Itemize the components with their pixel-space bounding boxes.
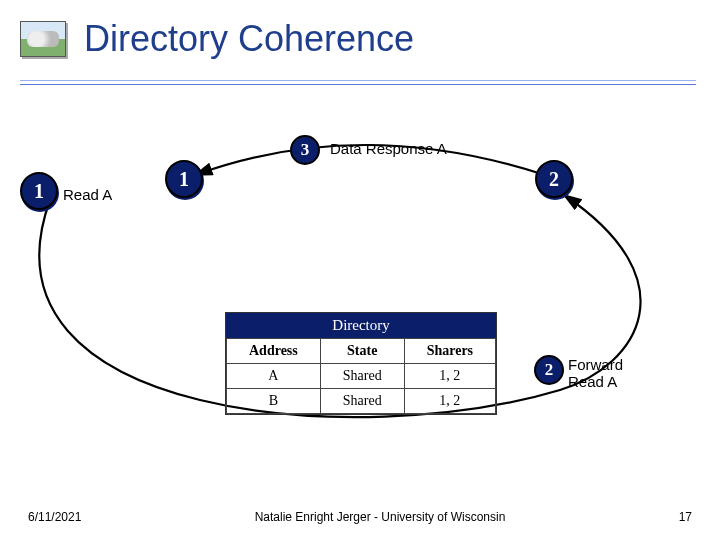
logo-icon xyxy=(20,21,66,57)
directory-table: Directory Address State Sharers A Shared… xyxy=(225,312,497,415)
col-state: State xyxy=(320,339,404,364)
node-1-left: 1 xyxy=(20,172,58,210)
table-row: B Shared 1, 2 xyxy=(227,389,496,414)
directory-title: Directory xyxy=(226,313,496,338)
step-3: 3 xyxy=(290,135,320,165)
table-row: A Shared 1, 2 xyxy=(227,364,496,389)
col-sharers: Sharers xyxy=(404,339,495,364)
footer-date: 6/11/2021 xyxy=(28,510,81,524)
node-2-right: 2 xyxy=(535,160,573,198)
col-address: Address xyxy=(227,339,321,364)
diagram-stage: 1 Read A 1 3 Data Response A 2 Directory… xyxy=(0,90,720,420)
slide-title: Directory Coherence xyxy=(84,18,414,60)
label-read-a: Read A xyxy=(63,186,112,203)
title-underline xyxy=(20,80,696,81)
label-forward-read: Forward Read A xyxy=(568,356,623,390)
step-2: 2 xyxy=(534,355,564,385)
title-underline xyxy=(20,84,696,85)
header: Directory Coherence xyxy=(0,0,720,66)
footer: 6/11/2021 Natalie Enright Jerger - Unive… xyxy=(0,510,720,524)
slide-number: 17 xyxy=(679,510,692,524)
label-data-response: Data Response A xyxy=(330,140,447,157)
node-1-center: 1 xyxy=(165,160,203,198)
footer-author: Natalie Enright Jerger - University of W… xyxy=(255,510,506,524)
